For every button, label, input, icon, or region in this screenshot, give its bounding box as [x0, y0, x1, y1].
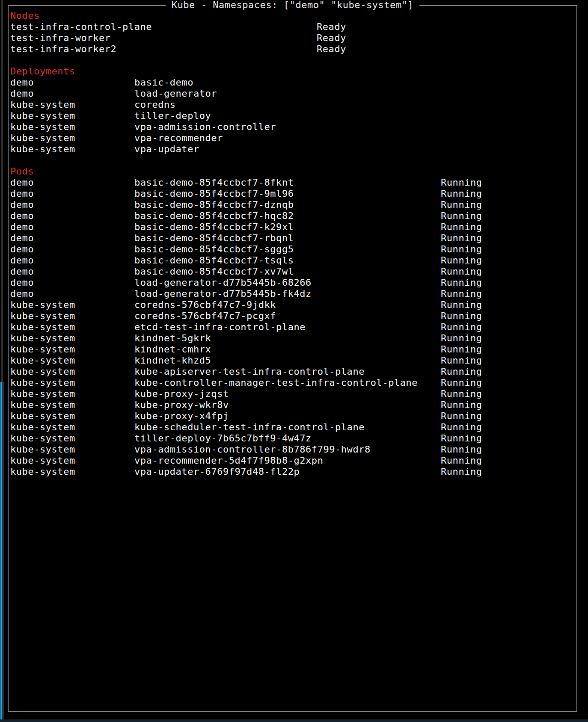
cell-status: Running: [441, 444, 482, 455]
cell-name: vpa-updater-6769f97d48-fl22p: [134, 466, 300, 477]
cell-namespace: demo: [10, 277, 34, 288]
cell-namespace: kube-system: [10, 344, 75, 355]
cell-status: Running: [441, 466, 482, 477]
cell-name: vpa-recommender: [134, 133, 223, 144]
cell-namespace: demo: [10, 233, 34, 244]
cell-name: tiller-deploy: [134, 110, 211, 121]
cell-name: kube-proxy-wkr8v: [134, 399, 229, 411]
cell-namespace: demo: [10, 77, 34, 88]
cell-status: Running: [441, 388, 482, 399]
pod-row: kube-systemvpa-recommender-5d4f7f98b8-g2…: [9, 455, 576, 466]
pod-row: kube-systemkube-apiserver-test-infra-con…: [9, 366, 576, 377]
cell-name: vpa-recommender-5d4f7f98b8-g2xpn: [134, 455, 323, 466]
deployment-row: kube-systemvpa-updater: [9, 144, 576, 155]
pod-row: demoload-generator-d77b5445b-fk4dzRunnin…: [9, 288, 576, 299]
nodes-header: Nodes: [9, 10, 576, 21]
cell-name: basic-demo: [134, 77, 193, 88]
pod-row: demobasic-demo-85f4ccbcf7-hqc82Running: [9, 210, 576, 222]
cell-namespace: kube-system: [10, 121, 75, 133]
deployment-row: kube-systemtiller-deploy: [9, 110, 576, 121]
cell-name: load-generator-d77b5445b-68266: [134, 277, 312, 288]
cell-namespace: kube-system: [10, 466, 75, 477]
pods-header: Pods: [9, 166, 576, 177]
cell-name: kube-scheduler-test-infra-control-plane: [134, 422, 365, 433]
pod-row: demobasic-demo-85f4ccbcf7-dznqbRunning: [9, 199, 576, 210]
deployment-row: kube-systemvpa-recommender: [9, 133, 576, 144]
cell-name: kindnet-khzd5: [134, 355, 211, 366]
scrollbar-thumb[interactable]: [0, 382, 2, 722]
pod-row: kube-systemcoredns-576cbf47c7-pcgxfRunni…: [9, 311, 576, 322]
dashboard-content: Nodestest-infra-control-planeReadytest-i…: [9, 6, 576, 477]
cell-namespace: kube-system: [10, 133, 75, 144]
cell-name: basic-demo-85f4ccbcf7-rbqnl: [134, 233, 294, 244]
cell-status: Running: [441, 288, 482, 299]
pod-row: kube-systemkube-proxy-x4fpjRunning: [9, 411, 576, 422]
node-row: test-infra-workerReady: [9, 33, 576, 44]
cell-namespace: kube-system: [10, 399, 75, 411]
cell-namespace: kube-system: [10, 355, 75, 366]
cell-name: coredns: [134, 99, 176, 110]
deployment-row: demobasic-demo: [9, 77, 576, 88]
pod-row: demobasic-demo-85f4ccbcf7-xv7wlRunning: [9, 266, 576, 277]
cell-name: etcd-test-infra-control-plane: [134, 322, 306, 333]
cell-namespace: demo: [10, 188, 34, 199]
cell-status: Running: [441, 199, 482, 210]
cell-namespace: kube-system: [10, 433, 75, 444]
cell-namespace: demo: [10, 266, 34, 277]
cell-name: coredns-576cbf47c7-9jdkk: [134, 299, 276, 311]
cell-namespace: kube-system: [10, 99, 75, 110]
cell-name: load-generator: [134, 88, 217, 99]
cell-name: basic-demo-85f4ccbcf7-xv7wl: [134, 266, 294, 277]
cell-namespace: kube-system: [10, 366, 75, 377]
cell-status: Running: [441, 433, 482, 444]
cell-name: basic-demo-85f4ccbcf7-tsqls: [134, 255, 294, 266]
scrollbar-lower-track[interactable]: [2, 382, 4, 722]
cell-namespace: kube-system: [10, 388, 75, 399]
cell-namespace: kube-system: [10, 144, 75, 155]
cell-namespace: demo: [10, 244, 34, 255]
cell-name: basic-demo-85f4ccbcf7-hqc82: [134, 210, 294, 222]
deployment-row: kube-systemcoredns: [9, 99, 576, 110]
cell-namespace: kube-system: [10, 311, 75, 322]
cell-namespace: kube-system: [10, 411, 75, 422]
cell-status: Running: [441, 377, 482, 388]
cell-name: test-infra-worker2: [10, 44, 116, 55]
cell-status: Running: [441, 355, 482, 366]
cell-status: Running: [441, 266, 482, 277]
cell-status: Running: [441, 255, 482, 266]
pod-row: kube-systemkube-proxy-wkr8vRunning: [9, 399, 576, 411]
cell-status: Ready: [317, 21, 346, 33]
cell-namespace: kube-system: [10, 444, 75, 455]
cell-name: kindnet-5gkrk: [134, 333, 211, 344]
cell-namespace: kube-system: [10, 422, 75, 433]
pod-row: demobasic-demo-85f4ccbcf7-rbqnlRunning: [9, 233, 576, 244]
pod-row: kube-systemtiller-deploy-7b65c7bff9-4w47…: [9, 433, 576, 444]
deployment-row: kube-systemvpa-admission-controller: [9, 121, 576, 133]
cell-status: Running: [441, 188, 482, 199]
pod-row: demoload-generator-d77b5445b-68266Runnin…: [9, 277, 576, 288]
cell-namespace: kube-system: [10, 322, 75, 333]
cell-name: vpa-updater: [134, 144, 199, 155]
kube-dashboard-window: Kube - Namespaces: ["demo" "kube-system"…: [8, 5, 577, 712]
pod-row: demobasic-demo-85f4ccbcf7-8fkntRunning: [9, 177, 576, 188]
cell-status: Running: [441, 399, 482, 411]
deployment-row: demoload-generator: [9, 88, 576, 99]
cell-status: Running: [441, 322, 482, 333]
cell-name: coredns-576cbf47c7-pcgxf: [134, 311, 276, 322]
pod-row: kube-systemkindnet-khzd5Running: [9, 355, 576, 366]
cell-name: kube-proxy-x4fpj: [134, 411, 229, 422]
pod-row: kube-systemkindnet-cmhrxRunning: [9, 344, 576, 355]
cell-status: Running: [441, 422, 482, 433]
cell-status: Running: [441, 366, 482, 377]
cell-status: Running: [441, 299, 482, 311]
cell-status: Running: [441, 210, 482, 222]
cell-status: Running: [441, 233, 482, 244]
cell-namespace: demo: [10, 255, 34, 266]
pod-row: demobasic-demo-85f4ccbcf7-sggg5Running: [9, 244, 576, 255]
cell-name: vpa-admission-controller-8b786f799-hwdr8: [134, 444, 371, 455]
cell-name: basic-demo-85f4ccbcf7-sggg5: [134, 244, 294, 255]
cell-status: Ready: [317, 33, 346, 44]
cell-namespace: kube-system: [10, 299, 75, 311]
scrollbar-track[interactable]: [1, 0, 3, 382]
cell-status: Ready: [317, 44, 346, 55]
